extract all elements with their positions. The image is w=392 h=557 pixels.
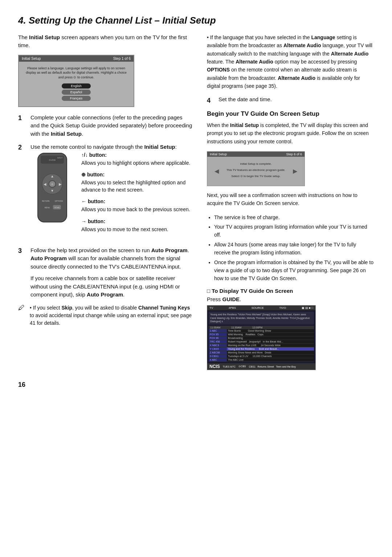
svg-text:RETURN: RETURN — [42, 200, 50, 202]
guide-header-4pbs: 4PBS — [229, 306, 236, 310]
guide-header-source: SOURCE — [252, 306, 264, 310]
guide-row-2abc: 2 ABC Time Bomb Good Morning Show — [209, 329, 314, 333]
language-buttons: English Español Français — [25, 83, 128, 101]
guide-ch-cbs5: Y CBS5 — [209, 347, 227, 351]
guide-prog-cbs5: Young and the Restless Bold and Beauti..… — [227, 347, 314, 351]
tv-guide-intro: When the Initial Setup is completed, the… — [207, 121, 374, 146]
screen-2-text2: This TV features an electronic program g… — [219, 168, 293, 172]
display-guide-section: □ To Display TV Guide On Screen Press GU… — [207, 288, 374, 302]
step-4-num: 4 — [207, 96, 215, 105]
setup-screen-1-step: Step 1 of 6 — [113, 57, 131, 61]
display-guide-text: Press GUIDE. — [207, 296, 374, 302]
skip-bold: Skip — [61, 305, 72, 311]
time-1130: 11:30AM — [231, 326, 241, 329]
step-1-num: 1 — [18, 114, 26, 138]
screen-2-content: Initial Setup is complete. This TV featu… — [219, 162, 293, 181]
step-4-text: Set the date and time. — [219, 96, 272, 105]
guide-row-cbs5: Y CBS5 Young and the Restless Bold and B… — [209, 347, 314, 351]
step-2: 2 Use the remote control to navigate thr… — [18, 143, 192, 241]
step-2-content: Use the remote control to navigate throu… — [30, 143, 192, 241]
step-3: 3 Follow the help text provided on the s… — [18, 246, 192, 299]
step-2-bold: Initial Setup — [144, 144, 175, 150]
guide-footer-cbs: ⊙CBS — [238, 365, 246, 368]
guide-header-tv: TV — [209, 306, 213, 310]
lang-francais[interactable]: Français — [62, 96, 91, 101]
remote-image: GUIDE INPUT ▲ ▼ ◀ ▶ — [30, 151, 74, 226]
guide-row-4abc: 4 ABC The ABC Live — [209, 358, 314, 362]
guide-info-text: Young and the Restless "Victor Fires Mic… — [209, 312, 314, 324]
guide-row-fox96: FOX 96 Broadcasting — [209, 336, 314, 340]
back-label: ← button: — [81, 198, 105, 204]
language-bold: Language — [311, 34, 335, 40]
forward-button-entry: → button: Allows you to move to the next… — [81, 218, 192, 233]
step-1: 1 Complete your cable connections (refer… — [18, 114, 192, 138]
svg-text:▼: ▼ — [50, 189, 54, 193]
setup-screen-2: Initial Setup Step 6 of 6 ◀ Initial Setu… — [207, 151, 305, 186]
guide-ch-cbs1: 3 CBS1 — [209, 355, 227, 358]
lang-english[interactable]: English — [62, 83, 91, 89]
initial-setup-bold: Initial Setup — [29, 34, 60, 40]
guide-bullet-3: Allow 24 hours (some areas may take long… — [214, 241, 374, 257]
ncis-label: NCIS — [209, 364, 220, 369]
next-text: Next, you will see a confirmation screen… — [207, 191, 374, 208]
step-1-content: Complete your cable connections (refer t… — [30, 114, 192, 138]
right-column: • If the language that you have selected… — [207, 33, 374, 370]
step-2-num: 2 — [18, 143, 26, 241]
step-3-num: 3 — [18, 246, 26, 299]
guide-bullets: The service is free of charge. Your TV a… — [207, 213, 374, 283]
svg-text:OPTIONS: OPTIONS — [55, 200, 63, 202]
intro-paragraph: The Initial Setup screen appears when yo… — [18, 33, 192, 50]
setup-screen-2-step: Step 6 of 6 — [286, 152, 302, 156]
right-nav-arrow: ▶ — [293, 168, 297, 175]
setup-screen-1-text: Please select a language. Language setti… — [25, 66, 128, 80]
setup-screen-2-body: ◀ Initial Setup is complete. This TV fea… — [207, 157, 305, 186]
guide-screen: TV 4PBS SOURCE TIVO ▣ ▤ ■ □ Young and th… — [207, 305, 316, 370]
guide-header-tivo: TIVO — [279, 306, 286, 310]
step-1-text: Complete your cable connections (refer t… — [30, 114, 192, 137]
initial-setup-bold-guide: Initial Setup — [230, 122, 259, 128]
channel-tuning-bold: Channel Tuning Keys — [138, 305, 190, 311]
guide-bullet-2: Your TV acquires program listing informa… — [214, 223, 374, 239]
guide-prog-trc456: Robert Hopewell Jeopardy!! In the Bleak … — [227, 340, 314, 343]
guide-row-fox95: FOX 95 Wild Morning Realities Cops — [209, 333, 314, 336]
lang-espanol[interactable]: Español — [62, 90, 91, 95]
time-1100: 11:00AM — [210, 326, 220, 329]
guide-prog-4abc: The ABC Live — [227, 358, 314, 361]
time-1200: 12:00PM — [252, 326, 262, 329]
svg-text:▲: ▲ — [50, 174, 54, 178]
page-title: 4. Setting Up the Channel List – Initial… — [18, 15, 374, 27]
remote-svg: GUIDE INPUT ▲ ▼ ◀ ▶ — [30, 151, 74, 224]
step-3-text1: Follow the help text provided on the scr… — [30, 246, 192, 271]
guide-ch-trc456: TRC 456 — [209, 340, 227, 343]
steps-list: 1 Complete your cable connections (refer… — [18, 114, 192, 299]
forward-desc: Allows you to move to the next screen. — [81, 226, 192, 233]
guide-body: Young and the Restless "Victor Fires Mic… — [207, 310, 315, 363]
guide-prog-2abc: Time Bomb Good Morning Show — [227, 329, 314, 332]
tv-guide-section-title: Begin your TV Guide On Screen Setup — [207, 110, 374, 118]
guide-prog-cbs1: Tuesdays at 3 LIV 10,000 Channels — [227, 355, 314, 358]
right-intro-block: • If the language that you have selected… — [207, 33, 374, 90]
guide-header-extra: ▣ ▤ ■ □ — [302, 306, 313, 310]
guide-bullet-4: Once the program information is obtained… — [214, 258, 374, 283]
screen-2-text3: Select ⊙ to begin the TV Guide setup. — [219, 174, 293, 178]
select-button-entry: ⊕ button: Allows you to select the highl… — [81, 171, 192, 193]
step-3-content: Follow the help text provided on the scr… — [30, 246, 192, 299]
setup-screen-1-body: Please select a language. Language setti… — [19, 62, 134, 106]
forward-label: → button: — [81, 218, 105, 224]
button-list: ↑/↓ button: Allows you to highlight opti… — [81, 151, 192, 238]
guide-screen-header: TV 4PBS SOURCE TIVO ▣ ▤ ■ □ — [207, 306, 315, 310]
guide-ch-2abc: 2 ABC — [209, 329, 227, 332]
guide-row-abc88: Z ABC88 Morning Show News and More Deals — [209, 351, 314, 355]
auto-program-bold1: Auto Program — [151, 247, 188, 253]
note-text: • If you select Skip, you will be asked … — [30, 304, 192, 327]
guide-bullet-1: The service is free of charge. — [214, 213, 374, 221]
select-desc: Allows you to select the highlighted opt… — [81, 179, 192, 193]
guide-ch-abc88: Z ABC88 — [209, 351, 227, 354]
guide-ch-4abc: 4 ABC — [209, 358, 227, 361]
remote-area: GUIDE INPUT ▲ ▼ ◀ ▶ — [30, 151, 192, 238]
options-bold: OPTIONS — [207, 67, 230, 73]
page-number: 16 — [18, 381, 374, 389]
note-box: 🖊 • If you select Skip, you will be aske… — [18, 304, 192, 327]
guide-prog-nbc3: Morning on the Run LIVE 14 Seconds Wide — [227, 344, 314, 347]
display-guide-title: □ To Display TV Guide On Screen — [207, 288, 374, 294]
